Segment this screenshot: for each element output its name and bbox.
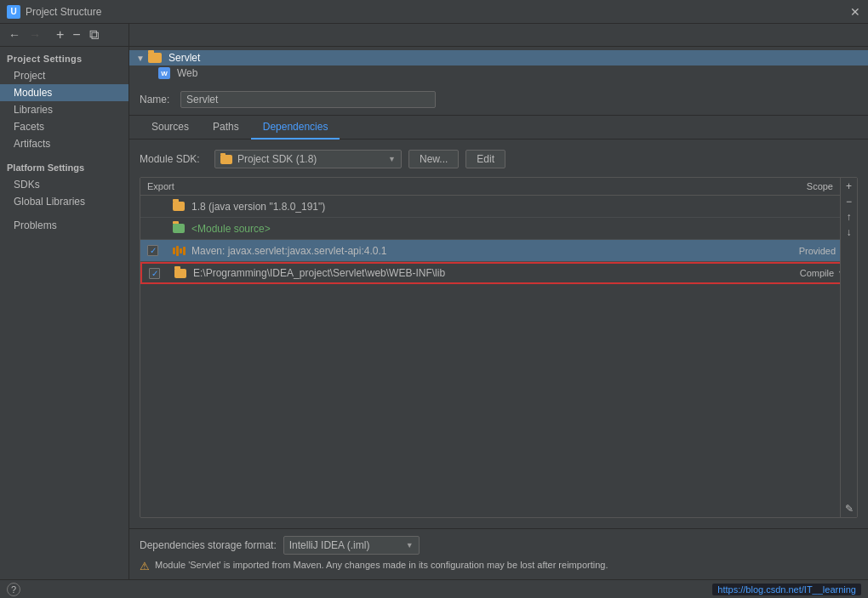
sdk-value: Project SDK (1.8) xyxy=(237,153,317,165)
sidebar-item-libraries[interactable]: Libraries xyxy=(0,101,128,118)
module-tree: ▼ Servlet W Web xyxy=(129,47,868,84)
sdk-row: Module SDK: Project SDK (1.8) ▼ New... E… xyxy=(140,150,858,168)
storage-select[interactable]: IntelliJ IDEA (.iml) ▼ xyxy=(283,536,420,555)
window-title: Project Structure xyxy=(26,6,101,18)
move-down-button[interactable]: ↓ xyxy=(842,225,856,239)
warning-icon: ⚠ xyxy=(140,560,150,572)
tree-item-servlet[interactable]: ▼ Servlet xyxy=(129,50,868,65)
folder-icon xyxy=(173,202,185,211)
table-side-buttons: + − ↑ ↓ ✎ xyxy=(840,178,857,517)
warning-text: Module 'Servlet' is imported from Maven.… xyxy=(155,560,608,570)
scope-dropdown[interactable]: Provided ▼ xyxy=(774,246,850,256)
tree-label-servlet: Servlet xyxy=(168,52,200,64)
title-bar-left: U Project Structure xyxy=(7,5,101,19)
move-up-button[interactable]: ↑ xyxy=(842,210,856,224)
sidebar-item-project[interactable]: Project xyxy=(0,67,128,84)
platform-settings-title: Platform Settings xyxy=(0,156,128,176)
tab-sources[interactable]: Sources xyxy=(140,116,201,140)
row-icon-area xyxy=(173,224,191,233)
content-area: Module SDK: Project SDK (1.8) ▼ New... E… xyxy=(129,140,868,528)
table-row[interactable]: 1.8 (java version "1.8.0_191") xyxy=(140,196,857,218)
sdk-select[interactable]: Project SDK (1.8) ▼ xyxy=(214,150,402,168)
bottom-section: Dependencies storage format: IntelliJ ID… xyxy=(129,528,868,579)
url-bar: https://blog.csdn.net/IT__learning xyxy=(712,584,861,595)
add-module-button[interactable]: + xyxy=(53,26,67,43)
copy-module-button[interactable]: ⧉ xyxy=(86,26,102,43)
row-check-area: ✓ xyxy=(149,268,174,279)
close-button[interactable]: ✕ xyxy=(849,6,861,18)
main-container: Project Settings Project Modules Librari… xyxy=(0,47,868,579)
sdk-edit-button[interactable]: Edit xyxy=(465,150,505,168)
dep-name: Maven: javax.servlet:javax.servlet-api:4… xyxy=(191,245,774,257)
servlet-folder-icon xyxy=(148,53,162,63)
sidebar: Project Settings Project Modules Librari… xyxy=(0,47,129,579)
back-button[interactable]: ← xyxy=(5,26,24,43)
sdk-new-button[interactable]: New... xyxy=(408,150,459,168)
toolbar-container: ← → + − ⧉ xyxy=(0,24,868,47)
sdk-chevron-icon: ▼ xyxy=(388,155,396,163)
table-row[interactable]: ✓ Maven: javax.servlet:javax.servlet-api… xyxy=(140,240,857,262)
storage-value: IntelliJ IDEA (.iml) xyxy=(289,539,370,551)
storage-row: Dependencies storage format: IntelliJ ID… xyxy=(140,536,858,555)
sidebar-item-global-libraries[interactable]: Global Libraries xyxy=(0,193,128,210)
help-button[interactable]: ? xyxy=(7,583,20,596)
app-icon: U xyxy=(7,5,20,19)
dep-name: E:\Programming\IDEA_project\Servlet\web\… xyxy=(193,267,772,279)
name-label: Name: xyxy=(140,94,174,105)
sidebar-item-sdks[interactable]: SDKs xyxy=(0,176,128,193)
dep-name: <Module source> xyxy=(191,223,774,235)
name-row: Name: xyxy=(129,84,868,116)
row-checkbox[interactable]: ✓ xyxy=(149,268,160,279)
title-bar: U Project Structure ✕ xyxy=(0,0,868,24)
scope-dropdown[interactable]: Compile ▼ xyxy=(772,268,848,278)
project-settings-title: Project Settings xyxy=(0,47,128,67)
row-icon-area xyxy=(173,202,191,211)
storage-label: Dependencies storage format: xyxy=(140,539,277,551)
tab-paths[interactable]: Paths xyxy=(201,116,251,140)
tree-toggle-servlet: ▼ xyxy=(136,54,145,63)
status-bar: ? https://blog.csdn.net/IT__learning xyxy=(0,579,868,598)
name-input[interactable] xyxy=(180,91,436,108)
tree-item-web[interactable]: W Web xyxy=(129,65,868,81)
remove-module-button[interactable]: − xyxy=(69,26,83,43)
folder-icon xyxy=(174,269,186,278)
table-header: Export Scope xyxy=(140,178,857,196)
tab-dependencies[interactable]: Dependencies xyxy=(251,116,340,140)
row-check-area: ✓ xyxy=(147,245,173,256)
right-panel: ▼ Servlet W Web Name: Sources xyxy=(129,47,868,579)
table-row[interactable]: <Module source> xyxy=(140,218,857,240)
sidebar-item-problems[interactable]: Problems xyxy=(0,217,128,234)
title-bar-controls: ✕ xyxy=(849,6,861,18)
sidebar-item-artifacts[interactable]: Artifacts xyxy=(0,135,128,152)
row-icon-area xyxy=(173,246,191,256)
forward-button[interactable]: → xyxy=(26,26,44,43)
folder-icon xyxy=(173,224,185,233)
col-export: Export xyxy=(147,181,198,191)
row-checkbox[interactable]: ✓ xyxy=(147,245,158,256)
dep-name: 1.8 (java version "1.8.0_191") xyxy=(191,201,774,213)
sdk-folder-icon xyxy=(220,155,232,164)
table-row[interactable]: ✓ E:\Programming\IDEA_project\Servlet\we… xyxy=(140,262,857,284)
sdk-label: Module SDK: xyxy=(140,153,208,165)
maven-icon xyxy=(173,246,186,256)
warning-row: ⚠ Module 'Servlet' is imported from Mave… xyxy=(140,560,858,572)
header-area: ▼ Servlet W Web Name: Sources xyxy=(129,47,868,140)
remove-dep-button[interactable]: − xyxy=(842,195,856,208)
add-dep-button[interactable]: + xyxy=(842,179,856,193)
edit-dep-button[interactable]: ✎ xyxy=(842,502,856,515)
web-icon: W xyxy=(158,67,170,79)
sidebar-item-facets[interactable]: Facets xyxy=(0,118,128,135)
right-toolbar-spacer xyxy=(129,24,868,46)
sidebar-item-modules[interactable]: Modules xyxy=(0,84,128,101)
tabs-row: Sources Paths Dependencies xyxy=(129,116,868,140)
row-icon-area xyxy=(174,269,193,278)
dependencies-table: Export Scope 1.8 (java version "1.8.0_19… xyxy=(140,177,858,518)
tree-label-web: Web xyxy=(177,67,197,79)
storage-chevron: ▼ xyxy=(406,541,414,550)
left-toolbar: ← → + − ⧉ xyxy=(0,24,129,46)
col-scope: Scope xyxy=(774,181,850,191)
